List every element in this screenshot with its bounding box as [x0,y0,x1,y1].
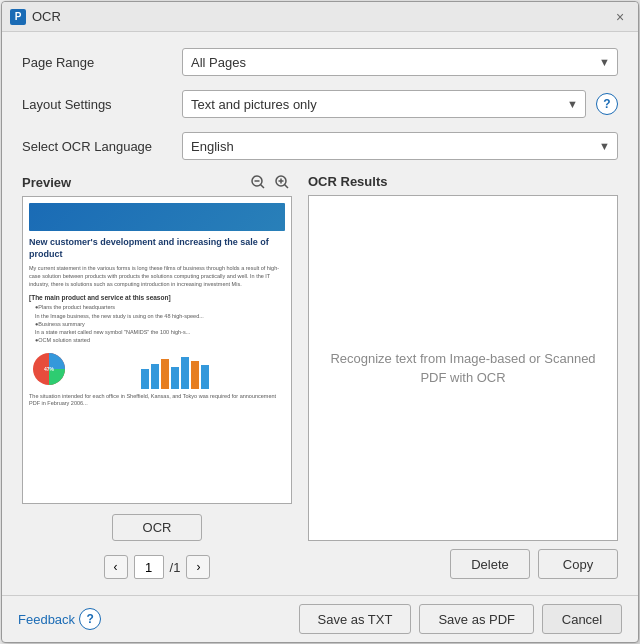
svg-rect-9 [141,369,149,389]
main-area: Preview [22,174,618,579]
svg-text:47%: 47% [44,366,55,372]
page-number-input[interactable] [134,555,164,579]
layout-settings-row: Layout Settings Text and pictures only ▼… [22,90,618,118]
delete-button[interactable]: Delete [450,549,530,579]
dialog-content: Page Range All Pages ▼ Layout Settings T… [2,32,638,595]
ocr-language-row: Select OCR Language English ▼ [22,132,618,160]
results-box: Recognize text from Image-based or Scann… [308,195,618,541]
layout-settings-select[interactable]: Text and pictures only [182,90,586,118]
page-range-label: Page Range [22,55,172,70]
feedback-help-icon[interactable]: ? [79,608,101,630]
footer-row: Feedback ? Save as TXT Save as PDF Cance… [18,604,622,634]
svg-rect-12 [171,367,179,389]
next-page-button[interactable]: › [186,555,210,579]
preview-title: Preview [22,175,71,190]
doc-header-banner [29,203,285,231]
results-placeholder: Recognize text from Image-based or Scann… [329,349,597,388]
pager: ‹ /1 › [22,555,292,579]
svg-rect-14 [191,361,199,389]
titlebar: P OCR × [2,2,638,32]
svg-rect-15 [201,365,209,389]
prev-page-button[interactable]: ‹ [104,555,128,579]
preview-frame: New customer's development and increasin… [22,196,292,504]
doc-intro-text: My current statement in the various form… [29,265,285,288]
doc-bullets-1: ●Plans the product headquarters In the I… [29,303,285,344]
ocr-language-label: Select OCR Language [22,139,172,154]
svg-rect-10 [151,364,159,389]
cancel-button[interactable]: Cancel [542,604,622,634]
results-panel: OCR Results Recognize text from Image-ba… [308,174,618,579]
feedback-link[interactable]: Feedback [18,612,75,627]
layout-settings-label: Layout Settings [22,97,172,112]
page-total: /1 [170,560,181,575]
svg-rect-13 [181,357,189,389]
svg-rect-11 [161,359,169,389]
help-button[interactable]: ? [596,93,618,115]
doc-section-main: [The main product and service at this se… [29,294,285,301]
close-button[interactable]: × [610,7,630,27]
doc-footer-text: The situation intended for each office i… [29,393,285,408]
zoom-in-button[interactable] [272,174,292,190]
preview-panel: Preview [22,174,292,579]
ocr-button[interactable]: OCR [112,514,203,541]
dialog-title: OCR [32,9,61,24]
ocr-language-select[interactable]: English [182,132,618,160]
page-range-row: Page Range All Pages ▼ [22,48,618,76]
doc-title-text: New customer's development and increasin… [29,235,285,262]
document-preview: New customer's development and increasin… [23,197,291,503]
save-pdf-button[interactable]: Save as PDF [419,604,534,634]
svg-line-4 [285,185,289,189]
doc-charts: 47% [29,349,285,389]
save-txt-button[interactable]: Save as TXT [299,604,412,634]
doc-pie-chart: 47% [29,349,69,389]
ocr-dialog: P OCR × Page Range All Pages ▼ Layout Se… [1,1,639,643]
app-icon: P [10,9,26,25]
zoom-out-button[interactable] [248,174,268,190]
results-title: OCR Results [308,174,618,189]
page-range-select[interactable]: All Pages [182,48,618,76]
bottom-bar: Feedback ? Save as TXT Save as PDF Cance… [2,595,638,642]
svg-line-1 [261,185,265,189]
doc-bar-chart [73,349,285,389]
copy-button[interactable]: Copy [538,549,618,579]
